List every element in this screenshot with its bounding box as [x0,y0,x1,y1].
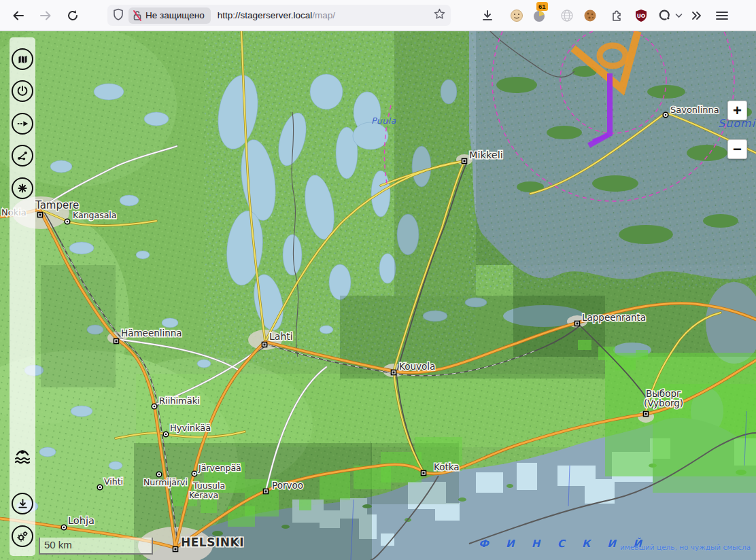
city-label: Lahti [269,331,293,342]
water-label: Puula [371,116,396,126]
city-label: Vihti [104,476,123,487]
swimmer-button[interactable] [12,447,33,467]
city-label: Hyvinkää [170,423,211,433]
city-marker-dot [423,472,425,474]
city-label: Mikkeli [469,150,503,160]
city-label: Kotka [434,461,460,472]
chevron-down-icon[interactable] [673,7,684,24]
town-marker-dot [154,406,156,408]
notification-badge: 61 [536,2,548,11]
city-label: Riihimäki [159,396,200,406]
city-marker-dot [175,548,177,550]
broken-lock-icon [133,10,142,21]
asterisk-button[interactable] [12,177,33,199]
city-marker-dot [264,344,266,346]
city-marker-dot [645,413,647,415]
city-label: Järvenpää [198,463,241,473]
power-timer-button[interactable] [12,80,33,102]
globe-extension-icon[interactable] [559,7,575,24]
city-label: HELSINKI [181,536,244,549]
city-label: Kangasala [73,210,116,220]
city-label: Kerava [189,490,218,500]
shield-icon[interactable] [113,8,124,23]
town-marker-dot [67,221,69,223]
downloads-button[interactable] [479,7,496,24]
cookie-extension-icon[interactable] [582,7,598,24]
reload-button[interactable] [63,5,83,26]
city-marker-dot [265,491,267,493]
water-label: имевший цель, но чуждый смысла [620,543,751,551]
town-marker-dot [99,487,101,489]
scale-bar: 50 km [39,538,153,555]
zoom-out-button[interactable]: − [727,139,747,159]
city-marker-dot [39,214,41,216]
city-label: Lappeenranta [582,312,646,323]
download-button[interactable] [12,493,33,514]
town-marker-dot [158,474,160,476]
town-marker-dot [63,527,65,529]
bookmark-star-icon[interactable] [434,8,445,22]
town-marker-dot [665,114,667,116]
overflow-chevrons-icon[interactable] [689,7,705,24]
svg-text:UO: UO [637,13,645,19]
browser-toolbar: Не защищено http://stagerserver.local/ma… [0,0,756,31]
forward-button[interactable] [35,5,56,26]
town-marker-dot [194,473,196,475]
city-label: Kouvola [399,361,435,372]
browser-window: Не защищено http://stagerserver.local/ma… [0,0,756,560]
city-label: Tuusula [192,480,225,491]
security-label: Не защищено [145,10,205,20]
city-label: Hämeenlinna [121,328,182,338]
city-label: Porvoo [272,480,303,491]
city-label-secondary: (Vyborg) [644,398,683,408]
not-secure-chip[interactable]: Не защищено [128,7,211,24]
city-label: Lohja [68,515,94,526]
route-arrow-button[interactable] [12,113,33,135]
puzzle-extension-icon[interactable] [608,7,625,24]
emoji-extension-icon[interactable] [509,7,525,24]
town-marker-dot [165,434,167,436]
back-button[interactable] [8,5,29,26]
layers-map-button[interactable] [12,48,33,70]
share-polyline-button[interactable] [12,145,33,167]
url-path: /map/ [312,10,335,20]
city-marker-dot [464,160,466,162]
url-host: http://stagerserver.local [218,10,313,20]
map-tools-sidebar [10,37,35,556]
ublock-extension-icon[interactable]: UO [633,7,649,24]
settings-gears-button[interactable] [12,525,33,547]
scale-label: 50 km [44,539,72,550]
menu-hamburger-icon[interactable] [714,7,730,24]
city-marker-dot [116,340,118,343]
monocle-extension-icon[interactable] [657,7,673,24]
city-marker-dot [393,372,395,374]
zoom-in-button[interactable]: + [727,101,747,120]
city-label: Savonlinna [670,105,719,115]
city-marker-dot [577,323,579,325]
map-canvas[interactable]: PuulaSuomiФ И Н С К И Йимевший цель, но … [0,31,756,560]
url-text[interactable]: http://stagerserver.local/map/ [218,10,434,20]
city-label: Nurmijärvi [143,477,188,487]
address-bar[interactable]: Не защищено http://stagerserver.local/ma… [107,5,451,26]
